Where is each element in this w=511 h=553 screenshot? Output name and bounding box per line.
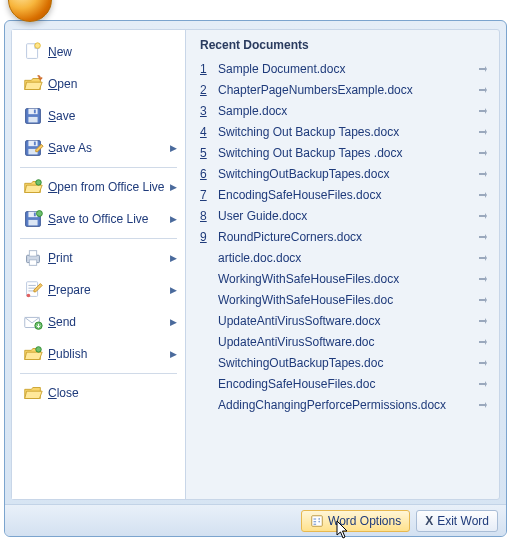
menu-item-open-office-live-label: Open from Office Live — [46, 180, 170, 194]
send-icon — [20, 311, 46, 333]
recent-doc-name: SwitchingOutBackupTapes.doc — [214, 356, 477, 370]
menu-item-open[interactable]: Open — [14, 68, 183, 100]
menu-item-save-office-live-label: Save to Office Live — [46, 212, 170, 226]
exit-word-label: Exit Word — [437, 514, 489, 528]
recent-document-item[interactable]: WorkingWithSafeHouseFiles.docx — [200, 268, 495, 289]
pin-icon[interactable] — [477, 147, 495, 159]
recent-documents-list: 1Sample Document.docx2ChapterPageNumbers… — [200, 58, 495, 415]
pin-icon[interactable] — [477, 399, 495, 411]
recent-doc-name: WorkingWithSafeHouseFiles.docx — [214, 272, 477, 286]
svg-point-28 — [318, 520, 320, 522]
menu-item-save-office-live[interactable]: Save to Office Live▶ — [14, 203, 183, 235]
pin-icon[interactable] — [477, 231, 495, 243]
pin-icon[interactable] — [477, 126, 495, 138]
menu-item-save[interactable]: Save — [14, 100, 183, 132]
recent-document-item[interactable]: WorkingWithSafeHouseFiles.doc — [200, 289, 495, 310]
menu-item-print-label: Print — [46, 251, 170, 265]
recent-doc-name: Switching Out Backup Tapes .docx — [214, 146, 477, 160]
recent-document-item[interactable]: UpdateAntiVirusSoftware.doc — [200, 331, 495, 352]
pin-icon[interactable] — [477, 210, 495, 222]
recent-document-item[interactable]: 4Switching Out Backup Tapes.docx — [200, 121, 495, 142]
svg-point-20 — [27, 294, 31, 298]
exit-icon: X — [425, 514, 433, 528]
recent-document-item[interactable]: EncodingSafeHouseFiles.doc — [200, 373, 495, 394]
save-icon — [20, 105, 46, 127]
recent-document-item[interactable]: AddingChangingPerforcePermissions.docx — [200, 394, 495, 415]
options-icon — [310, 514, 324, 528]
svg-rect-25 — [314, 518, 317, 519]
recent-documents-title: Recent Documents — [200, 38, 495, 52]
svg-rect-7 — [28, 141, 37, 147]
recent-document-item[interactable]: UpdateAntiVirusSoftware.docx — [200, 310, 495, 331]
recent-document-item[interactable]: 7EncodingSafeHouseFiles.docx — [200, 184, 495, 205]
save-live-icon — [20, 208, 46, 230]
recent-doc-hotkey: 9 — [200, 230, 214, 244]
svg-rect-17 — [29, 251, 36, 256]
recent-document-item[interactable]: 8User Guide.docx — [200, 205, 495, 226]
recent-doc-name: Sample Document.docx — [214, 62, 477, 76]
recent-doc-name: User Guide.docx — [214, 209, 477, 223]
recent-document-item[interactable]: 2ChapterPageNumbersExample.docx — [200, 79, 495, 100]
menu-item-print[interactable]: Print▶ — [14, 242, 183, 274]
menu-item-new[interactable]: New — [14, 36, 183, 68]
recent-doc-hotkey: 6 — [200, 167, 214, 181]
recent-doc-hotkey: 3 — [200, 104, 214, 118]
submenu-arrow-icon: ▶ — [170, 349, 177, 359]
pin-icon[interactable] — [477, 357, 495, 369]
pin-icon[interactable] — [477, 252, 495, 264]
pin-icon[interactable] — [477, 336, 495, 348]
menu-item-close[interactable]: Close — [14, 377, 183, 409]
recent-document-item[interactable]: 1Sample Document.docx — [200, 58, 495, 79]
office-orb[interactable] — [8, 0, 52, 22]
svg-rect-29 — [314, 523, 317, 524]
pin-icon[interactable] — [477, 168, 495, 180]
pin-icon[interactable] — [477, 378, 495, 390]
pin-icon[interactable] — [477, 63, 495, 75]
menu-item-prepare[interactable]: Prepare▶ — [14, 274, 183, 306]
recent-document-item[interactable]: 5Switching Out Backup Tapes .docx — [200, 142, 495, 163]
svg-rect-18 — [29, 260, 36, 266]
menu-divider — [20, 238, 177, 239]
pin-icon[interactable] — [477, 315, 495, 327]
menu-item-new-label: New — [46, 45, 177, 59]
recent-document-item[interactable]: 9RoundPictureCorners.docx — [200, 226, 495, 247]
svg-rect-5 — [34, 110, 36, 114]
pin-icon[interactable] — [477, 273, 495, 285]
menu-item-save-as[interactable]: Save As▶ — [14, 132, 183, 164]
recent-doc-name: article.doc.docx — [214, 251, 477, 265]
pin-icon[interactable] — [477, 105, 495, 117]
svg-point-10 — [36, 180, 42, 186]
new-doc-icon — [20, 41, 46, 63]
recent-document-item[interactable]: 6SwitchingOutBackupTapes.docx — [200, 163, 495, 184]
menu-divider — [20, 373, 177, 374]
menu-item-send[interactable]: Send▶ — [14, 306, 183, 338]
exit-word-button[interactable]: X Exit Word — [416, 510, 498, 532]
menu-item-close-label: Close — [46, 386, 177, 400]
recent-doc-name: EncodingSafeHouseFiles.docx — [214, 188, 477, 202]
bottom-bar: Word Options X Exit Word — [5, 504, 506, 536]
recent-document-item[interactable]: 3Sample.docx — [200, 100, 495, 121]
menu-item-publish-label: Publish — [46, 347, 170, 361]
recent-document-item[interactable]: SwitchingOutBackupTapes.doc — [200, 352, 495, 373]
pin-icon[interactable] — [477, 189, 495, 201]
menu-divider — [20, 167, 177, 168]
svg-rect-4 — [28, 117, 37, 123]
svg-point-15 — [36, 211, 42, 217]
recent-doc-name: SwitchingOutBackupTapes.docx — [214, 167, 477, 181]
recent-doc-name: Switching Out Backup Tapes.docx — [214, 125, 477, 139]
menu-item-open-office-live[interactable]: Open from Office Live▶ — [14, 171, 183, 203]
word-options-button[interactable]: Word Options — [301, 510, 410, 532]
pin-icon[interactable] — [477, 294, 495, 306]
recent-doc-name: WorkingWithSafeHouseFiles.doc — [214, 293, 477, 307]
pin-icon[interactable] — [477, 84, 495, 96]
recent-doc-hotkey: 2 — [200, 83, 214, 97]
menu-item-publish[interactable]: Publish▶ — [14, 338, 183, 370]
recent-doc-hotkey: 5 — [200, 146, 214, 160]
svg-point-1 — [35, 43, 41, 49]
recent-doc-name: UpdateAntiVirusSoftware.doc — [214, 335, 477, 349]
recent-doc-name: Sample.docx — [214, 104, 477, 118]
recent-document-item[interactable]: article.doc.docx — [200, 247, 495, 268]
print-icon — [20, 247, 46, 269]
menu-item-save-as-label: Save As — [46, 141, 170, 155]
main-menu: NewOpenSaveSave As▶Open from Office Live… — [12, 30, 186, 499]
